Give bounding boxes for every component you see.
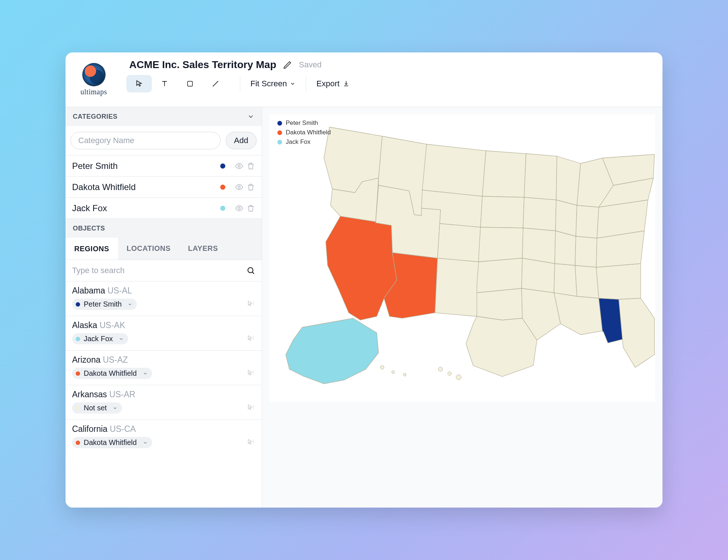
cursor-icon <box>135 80 143 88</box>
assignee-chip[interactable]: Jack Fox <box>72 333 128 344</box>
app-window: ultimaps ACME Inc. Sales Territory Map S… <box>66 52 662 508</box>
category-name: Peter Smith <box>72 161 220 171</box>
region-name: Arkansas <box>72 390 107 399</box>
region-row[interactable]: Alaska US-AKJack Fox <box>66 316 262 350</box>
delete-icon[interactable] <box>246 183 255 192</box>
map-canvas[interactable]: Peter Smith Dakota Whitfield Jack Fox <box>262 107 662 508</box>
color-swatch <box>220 163 225 169</box>
color-swatch <box>76 302 80 307</box>
assignee-chip[interactable]: Dakota Whitfield <box>72 437 152 448</box>
export-button[interactable]: Export <box>311 76 355 91</box>
chevron-down-icon <box>247 113 254 120</box>
region-row[interactable]: Arkansas US-ARNot set <box>66 385 262 419</box>
tab-regions[interactable]: REGIONS <box>66 238 118 260</box>
category-row[interactable]: Dakota Whitfield <box>66 177 262 198</box>
svg-point-10 <box>456 375 461 380</box>
svg-point-3 <box>238 207 240 209</box>
add-category-button[interactable]: Add <box>226 132 257 149</box>
region-name: Alaska <box>72 320 97 330</box>
tool-group <box>126 75 235 92</box>
objects-header-label: OBJECTS <box>73 225 105 232</box>
color-swatch <box>220 206 225 211</box>
region-name: Alabama <box>72 286 105 295</box>
text-tool[interactable] <box>152 75 177 92</box>
highlight-on-map-icon[interactable] <box>246 335 255 343</box>
legend-item: Jack Fox <box>277 138 331 146</box>
delete-icon[interactable] <box>246 204 255 213</box>
region-row[interactable]: Alabama US-ALPeter Smith <box>66 281 262 316</box>
region-row[interactable]: California US-CADakota Whitfield <box>66 419 262 454</box>
region-title: Arkansas US-AR <box>72 390 255 399</box>
region-code: US-AL <box>107 286 132 295</box>
visibility-icon[interactable] <box>235 183 244 192</box>
edit-title-icon[interactable] <box>283 60 292 70</box>
objects-tabs: REGIONS LOCATIONS LAYERS <box>66 238 262 260</box>
color-swatch <box>220 185 225 190</box>
chevron-down-icon <box>119 336 124 342</box>
highlight-on-map-icon[interactable] <box>246 438 255 447</box>
assignee-chip[interactable]: Not set <box>72 402 122 414</box>
svg-point-6 <box>392 371 395 374</box>
chevron-down-icon <box>143 371 148 376</box>
svg-point-2 <box>238 186 240 188</box>
line-tool[interactable] <box>203 75 228 92</box>
color-swatch <box>76 337 80 341</box>
legend-swatch <box>277 140 282 145</box>
text-icon <box>161 80 169 88</box>
assignee-name: Dakota Whitfield <box>84 369 137 378</box>
category-name-input[interactable] <box>71 132 221 149</box>
tab-layers[interactable]: LAYERS <box>179 238 227 260</box>
visibility-icon[interactable] <box>235 162 244 170</box>
assignee-name: Peter Smith <box>84 300 122 308</box>
delete-icon[interactable] <box>246 162 255 170</box>
fit-screen-button[interactable]: Fit Screen <box>245 76 301 91</box>
shape-tool[interactable] <box>177 75 203 92</box>
region-code: US-AR <box>109 390 135 399</box>
region-row[interactable]: Arizona US-AZDakota Whitfield <box>66 350 262 385</box>
svg-point-9 <box>448 372 451 375</box>
select-tool[interactable] <box>126 75 152 92</box>
assignee-name: Jack Fox <box>84 335 113 343</box>
objects-header: OBJECTS <box>66 219 262 238</box>
categories-header[interactable]: CATEGORIES <box>66 107 262 126</box>
chevron-down-icon <box>127 302 132 307</box>
highlight-on-map-icon[interactable] <box>246 369 255 378</box>
export-label: Export <box>316 79 340 88</box>
search-icon[interactable] <box>246 266 255 275</box>
assignee-chip[interactable]: Peter Smith <box>72 299 137 310</box>
legend-swatch <box>277 121 282 126</box>
sidebar: CATEGORIES Add Peter Smith Dakota Whitfi… <box>66 107 262 508</box>
line-icon <box>211 80 219 88</box>
legend-item: Dakota Whitfield <box>277 129 331 136</box>
svg-point-4 <box>248 268 253 273</box>
region-title: California US-CA <box>72 424 255 434</box>
svg-point-8 <box>438 367 443 371</box>
tab-locations[interactable]: LOCATIONS <box>118 238 179 260</box>
region-title: Alaska US-AK <box>72 320 255 330</box>
assignee-chip[interactable]: Dakota Whitfield <box>72 368 152 379</box>
brand-name: ultimaps <box>80 88 107 96</box>
us-map[interactable] <box>269 114 655 402</box>
highlight-on-map-icon[interactable] <box>246 404 255 413</box>
highlight-on-map-icon[interactable] <box>246 300 255 309</box>
save-status: Saved <box>299 60 321 70</box>
region-search-input[interactable] <box>72 266 242 275</box>
color-swatch <box>76 441 80 445</box>
svg-rect-0 <box>187 81 192 86</box>
download-icon <box>343 80 350 87</box>
category-name: Dakota Whitfield <box>72 182 220 192</box>
assignee-name: Not set <box>84 404 107 412</box>
legend-label: Jack Fox <box>286 138 310 146</box>
map-legend: Peter Smith Dakota Whitfield Jack Fox <box>277 119 331 146</box>
region-title: Arizona US-AZ <box>72 355 255 365</box>
category-row[interactable]: Jack Fox <box>66 198 262 219</box>
legend-swatch <box>277 130 282 135</box>
chevron-down-icon <box>290 81 296 87</box>
visibility-icon[interactable] <box>235 204 244 213</box>
category-row[interactable]: Peter Smith <box>66 155 262 177</box>
svg-point-7 <box>403 373 406 376</box>
assignee-name: Dakota Whitfield <box>84 438 137 447</box>
map-frame: Peter Smith Dakota Whitfield Jack Fox <box>269 114 655 402</box>
region-name: Arizona <box>72 355 100 364</box>
color-swatch <box>76 406 80 410</box>
